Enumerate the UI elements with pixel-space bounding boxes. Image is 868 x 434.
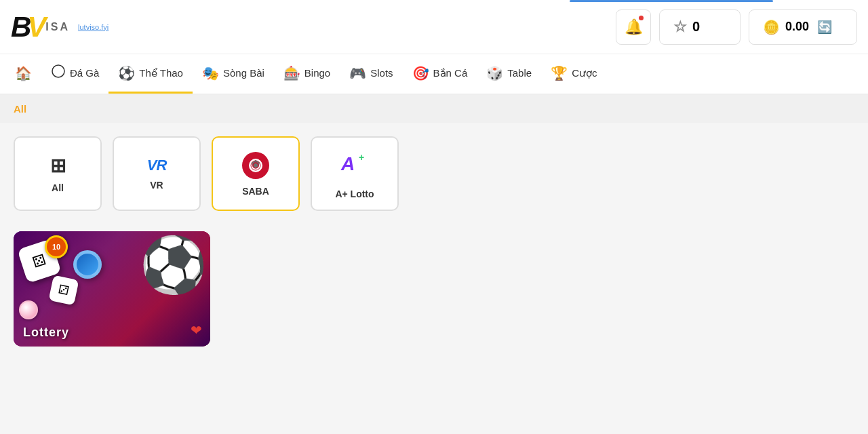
provider-vr-label: VR [150, 180, 163, 191]
filter-all-label: All [14, 103, 26, 115]
home-icon: 🏠 [15, 65, 32, 81]
fish-icon: 🎯 [412, 65, 429, 81]
nav-ban-ca[interactable]: 🎯 Bắn Cá [403, 54, 477, 94]
provider-vr[interactable]: VR VR [113, 136, 201, 211]
main-content: All ⊞ All VR VR [0, 95, 868, 434]
nav-table-label: Table [507, 67, 532, 79]
provider-all[interactable]: ⊞ All [14, 136, 102, 211]
logo-subtitle: lutviso.fyi [78, 23, 108, 31]
filter-bar: All [0, 95, 868, 123]
chicken-icon: 🐓 [51, 64, 66, 82]
nav-cuoc[interactable]: 🏆 Cược [541, 54, 606, 94]
nav-da-ga[interactable]: 🐓 Đá Gà [41, 54, 108, 94]
casino-icon: 🎭 [202, 65, 219, 81]
provider-alotto[interactable]: A + A+ Lotto [311, 136, 399, 211]
provider-alotto-label: A+ Lotto [335, 189, 374, 199]
nav-bar: 🏠 🐓 Đá Gà ⚽ Thể Thao 🎭 Sòng Bài 🎰 Bingo … [0, 54, 868, 95]
nav-bingo-label: Bingo [304, 67, 330, 79]
dice-decor-2: ⚂ [48, 275, 79, 305]
alotto-icon: A + [340, 149, 370, 183]
star-icon: ☆ [673, 18, 687, 36]
pink-ball [19, 300, 38, 319]
nav-the-thao-label: Thể Thao [139, 67, 183, 79]
bell-icon: 🔔 [625, 18, 643, 36]
bingo-icon: 🎰 [283, 65, 300, 81]
all-icon: ⊞ [50, 155, 66, 177]
nav-bingo[interactable]: 🎰 Bingo [274, 54, 340, 94]
game-lottery[interactable]: ⚄ ⚂ 10 ⚽ Lottery ❤ [14, 231, 210, 347]
balance-button[interactable]: 🪙 0.00 🔄 [749, 9, 857, 45]
logo-isa: ISA [45, 21, 70, 33]
header: B V ISA lutviso.fyi 🔔 ☆ 0 🪙 0.00 [0, 0, 868, 54]
header-right: 🔔 ☆ 0 🪙 0.00 🔄 [616, 9, 857, 45]
logo-v: V [27, 13, 44, 41]
svg-text:A: A [340, 153, 355, 174]
coin-icon: 🪙 [763, 19, 780, 35]
saba-icon [241, 151, 271, 180]
table-icon: 🎲 [486, 65, 503, 81]
favorites-button[interactable]: ☆ 0 [659, 9, 741, 45]
provider-all-label: All [52, 182, 64, 193]
favorites-count: 0 [692, 19, 700, 35]
chip-blue [73, 250, 102, 279]
nav-slots-label: Slots [370, 67, 393, 79]
notification-dot [639, 16, 644, 20]
nav-home[interactable]: 🏠 [5, 54, 41, 94]
nav-da-ga-label: Đá Gà [70, 67, 99, 79]
bell-button[interactable]: 🔔 [616, 9, 651, 45]
nav-slots[interactable]: 🎮 Slots [340, 54, 402, 94]
heart-icon[interactable]: ❤ [191, 322, 202, 338]
number-ball-10: 10 [45, 235, 68, 258]
game-lottery-label: Lottery [23, 326, 69, 340]
balance-value: 0.00 [785, 20, 809, 34]
nav-cuoc-label: Cược [572, 67, 597, 79]
bet-icon: 🏆 [551, 65, 568, 81]
vr-icon: VR [147, 157, 167, 174]
nav-song-bai[interactable]: 🎭 Sòng Bài [193, 54, 274, 94]
nav-ban-ca-label: Bắn Cá [433, 67, 468, 79]
svg-text:+: + [359, 152, 364, 163]
game-cards: ⚄ ⚂ 10 ⚽ Lottery ❤ [0, 224, 868, 360]
slots-icon: 🎮 [349, 65, 366, 81]
soccer-icon: ⚽ [118, 65, 135, 81]
provider-grid: ⊞ All VR VR SABA [0, 123, 868, 224]
provider-saba[interactable]: SABA [212, 136, 300, 211]
logo-area: B V ISA lutviso.fyi [11, 13, 108, 41]
provider-saba-label: SABA [242, 186, 269, 197]
svg-point-0 [52, 65, 64, 77]
nav-table[interactable]: 🎲 Table [477, 54, 541, 94]
nav-song-bai-label: Sòng Bài [223, 67, 264, 79]
nav-the-thao[interactable]: ⚽ Thể Thao [108, 54, 193, 94]
refresh-icon: 🔄 [817, 20, 832, 35]
soccer-ball-decor: ⚽ [140, 238, 197, 295]
